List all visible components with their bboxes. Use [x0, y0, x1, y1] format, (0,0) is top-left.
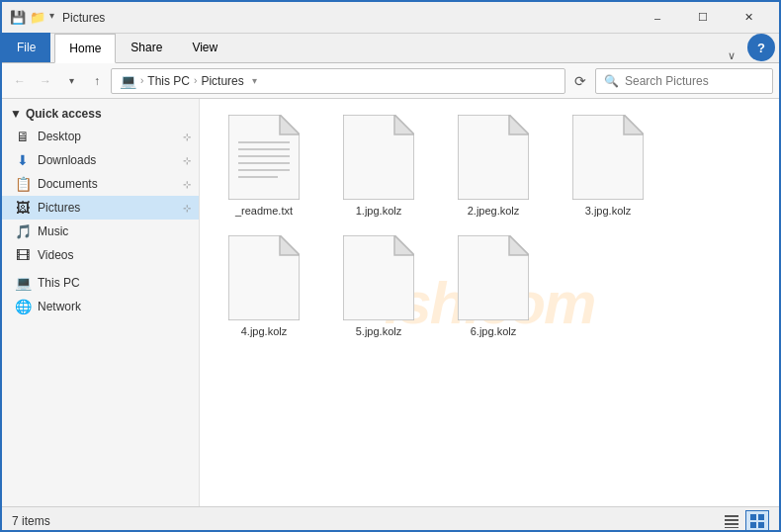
search-box[interactable]: 🔍: [595, 68, 773, 94]
qs-dropdown-icon[interactable]: ▾: [49, 10, 54, 25]
file-item-1[interactable]: 1.jpg.kolz: [324, 109, 433, 223]
downloads-icon: ⬇: [14, 152, 32, 168]
back-button[interactable]: ←: [8, 69, 32, 93]
file-item-4[interactable]: 4.jpg.kolz: [210, 229, 318, 344]
file-name-3: 3.jpg.kolz: [585, 204, 631, 218]
file-name-2: 2.jpeg.kolz: [468, 204, 520, 218]
this-pc-sidebar-label: This PC: [38, 276, 191, 290]
file-name-6: 6.jpg.kolz: [471, 324, 516, 338]
qs-undo-icon[interactable]: 📁: [30, 10, 45, 25]
path-dropdown[interactable]: ▾: [252, 75, 257, 86]
path-sep1: ›: [140, 75, 143, 86]
quick-access-header[interactable]: ▼ Quick access: [2, 103, 199, 125]
status-bar: 7 items: [2, 506, 779, 532]
svg-rect-26: [750, 522, 756, 528]
svg-marker-1: [280, 115, 300, 134]
path-pictures[interactable]: Pictures: [201, 74, 243, 88]
svg-marker-9: [394, 115, 414, 134]
title-bar-icons: 💾 📁 ▾: [10, 10, 54, 25]
file-name-readme: _readme.txt: [235, 204, 293, 218]
pictures-label: Pictures: [38, 201, 177, 215]
tab-home[interactable]: Home: [54, 34, 116, 63]
svg-rect-24: [750, 514, 756, 520]
svg-marker-17: [394, 235, 414, 255]
file-name-5: 5.jpg.kolz: [356, 324, 401, 338]
file-name-4: 4.jpg.kolz: [241, 324, 287, 338]
close-button[interactable]: ✕: [726, 2, 771, 34]
sidebar-item-desktop[interactable]: 🖥 Desktop ⊹: [2, 125, 199, 148]
pictures-pin-icon: ⊹: [183, 203, 191, 214]
quick-access-arrow: ▼: [10, 107, 22, 121]
downloads-label: Downloads: [38, 153, 177, 167]
path-this-pc[interactable]: This PC: [147, 74, 190, 88]
desktop-icon: 🖥: [14, 129, 32, 144]
svg-rect-21: [725, 519, 738, 521]
tab-view[interactable]: View: [177, 33, 232, 62]
file-icon-5: [343, 235, 414, 320]
file-icon-readme: [228, 115, 300, 200]
item-count: 7 items: [12, 514, 50, 528]
file-item-3[interactable]: 3.jpg.kolz: [554, 109, 662, 223]
sidebar-item-this-pc[interactable]: 💻 This PC: [2, 271, 199, 295]
svg-marker-15: [280, 235, 300, 255]
details-view-button[interactable]: [720, 510, 743, 532]
sidebar-item-documents[interactable]: 📋 Documents ⊹: [2, 172, 199, 196]
file-item-5[interactable]: 5.jpg.kolz: [324, 229, 433, 344]
ribbon-chevron[interactable]: ∨: [720, 49, 743, 62]
this-pc-sidebar-icon: 💻: [14, 275, 32, 291]
qs-save-icon[interactable]: 💾: [10, 10, 26, 25]
tab-share[interactable]: Share: [116, 33, 177, 62]
files-grid: _readme.txt 1.jpg.kolz: [210, 109, 769, 345]
music-label: Music: [38, 224, 191, 238]
sidebar-item-network[interactable]: 🌐 Network: [2, 295, 199, 318]
videos-label: Videos: [38, 248, 191, 262]
videos-icon: 🎞: [14, 247, 32, 263]
up-button[interactable]: ↑: [85, 69, 109, 93]
minimize-button[interactable]: –: [635, 2, 680, 34]
file-item-2[interactable]: 2.jpeg.kolz: [439, 109, 548, 223]
svg-rect-20: [725, 515, 738, 517]
quick-access-label: Quick access: [26, 107, 102, 121]
view-controls: [720, 510, 769, 532]
title-bar: 💾 📁 ▾ Pictures – ☐ ✕: [2, 2, 779, 34]
refresh-button[interactable]: ⟳: [567, 68, 593, 94]
ribbon-tabs: File Home Share View ∨ ?: [2, 34, 779, 63]
sidebar-item-music[interactable]: 🎵 Music: [2, 220, 199, 243]
documents-label: Documents: [38, 177, 177, 191]
tab-file[interactable]: File: [2, 33, 50, 62]
maximize-button[interactable]: ☐: [680, 2, 726, 34]
forward-button[interactable]: →: [34, 69, 57, 93]
content-area: ish.com _readme.txt: [200, 99, 779, 506]
downloads-pin-icon: ⊹: [183, 155, 191, 166]
documents-icon: 📋: [14, 176, 32, 192]
search-input[interactable]: [625, 74, 764, 88]
file-name-1: 1.jpg.kolz: [356, 204, 401, 218]
svg-marker-19: [509, 235, 529, 255]
svg-marker-13: [624, 115, 644, 134]
svg-rect-23: [725, 527, 738, 528]
search-icon: 🔍: [604, 74, 619, 88]
svg-rect-22: [725, 523, 738, 525]
title-bar-controls: – ☐ ✕: [635, 2, 771, 34]
desktop-label: Desktop: [38, 130, 177, 143]
file-item-6[interactable]: 6.jpg.kolz: [439, 229, 548, 344]
main-layout: ▼ Quick access 🖥 Desktop ⊹ ⬇ Downloads ⊹…: [2, 99, 779, 506]
help-button[interactable]: ?: [747, 34, 775, 61]
address-bar: ← → ▾ ↑ 💻 › This PC › Pictures ▾ ⟳ 🔍: [2, 63, 779, 99]
sidebar: ▼ Quick access 🖥 Desktop ⊹ ⬇ Downloads ⊹…: [2, 99, 200, 506]
svg-rect-27: [758, 522, 764, 528]
file-icon-6: [458, 235, 529, 320]
sidebar-item-videos[interactable]: 🎞 Videos: [2, 243, 199, 267]
file-icon-4: [228, 235, 300, 320]
file-icon-2: [458, 115, 529, 200]
file-icon-3: [572, 115, 644, 200]
file-item-readme[interactable]: _readme.txt: [210, 109, 318, 223]
path-sep2: ›: [194, 75, 197, 86]
address-path[interactable]: 💻 › This PC › Pictures ▾: [111, 68, 565, 94]
svg-marker-11: [509, 115, 529, 134]
svg-rect-25: [758, 514, 764, 520]
large-icons-view-button[interactable]: [745, 510, 769, 532]
sidebar-item-pictures[interactable]: 🖼 Pictures ⊹: [2, 196, 199, 220]
sidebar-item-downloads[interactable]: ⬇ Downloads ⊹: [2, 148, 199, 172]
recent-locations-button[interactable]: ▾: [59, 69, 83, 93]
